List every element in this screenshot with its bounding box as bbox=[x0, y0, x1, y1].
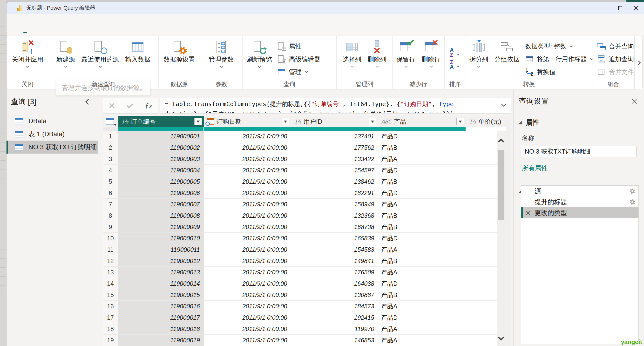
row-number[interactable]: 10 bbox=[103, 233, 118, 244]
cell-order-id[interactable]: 119000001 bbox=[118, 131, 204, 142]
cell-user-id[interactable]: 130887 bbox=[291, 289, 378, 301]
collapse-panel-button[interactable] bbox=[84, 98, 90, 105]
cell-product[interactable]: 产品B bbox=[378, 176, 466, 187]
replace-values-button[interactable]: 12 替换值 bbox=[523, 66, 592, 78]
cell-user-id[interactable]: 149841 bbox=[291, 255, 378, 267]
cell-order-id[interactable]: 119000007 bbox=[118, 199, 204, 210]
cell-order-id[interactable]: 119000002 bbox=[118, 142, 204, 153]
select-all-corner-button[interactable] bbox=[103, 116, 118, 127]
cell-product[interactable]: 产品A bbox=[378, 267, 466, 278]
query-list-item[interactable]: DBata bbox=[6, 114, 98, 128]
close-and-apply-button[interactable]: ↑ 关闭并应用 bbox=[9, 39, 46, 67]
cell-user-id[interactable]: 133422 bbox=[291, 153, 378, 165]
keep-rows-button[interactable]: 保留行 bbox=[394, 39, 418, 67]
ribbon-tab[interactable] bbox=[78, 14, 92, 36]
data-source-settings-button[interactable]: 数据源设置 bbox=[160, 39, 198, 64]
cell-order-date[interactable]: 2011/9/1 0:00:00 bbox=[204, 301, 291, 312]
close-button[interactable] bbox=[628, 2, 644, 14]
manage-button[interactable]: 管理 bbox=[275, 66, 336, 78]
cell-order-date[interactable]: 2011/9/1 0:00:00 bbox=[204, 176, 291, 187]
cell-user-id[interactable]: 132368 bbox=[291, 210, 378, 221]
cell-user-id[interactable]: 192415 bbox=[291, 312, 378, 323]
cell-product[interactable]: 产品D bbox=[378, 233, 466, 244]
cell-product[interactable]: 产品B bbox=[378, 210, 466, 221]
row-number[interactable]: 8 bbox=[103, 210, 118, 221]
cell-order-date[interactable]: 2011/9/1 0:00:00 bbox=[204, 335, 291, 346]
cell-order-id[interactable]: 119000006 bbox=[118, 187, 204, 199]
column-header[interactable]: 1²₃ 用户ID bbox=[291, 116, 378, 127]
cell-order-date[interactable]: 2011/9/1 0:00:00 bbox=[204, 267, 291, 278]
cell-user-id[interactable]: 137401 bbox=[291, 131, 378, 142]
row-number[interactable]: 13 bbox=[103, 267, 118, 278]
cell-user-id[interactable]: 182291 bbox=[291, 187, 378, 199]
cell-user-id[interactable]: 165839 bbox=[291, 233, 378, 244]
filter-dropdown-button[interactable] bbox=[194, 118, 202, 126]
cell-order-id[interactable]: 119000015 bbox=[118, 289, 204, 301]
cell-order-id[interactable]: 119000012 bbox=[118, 255, 204, 267]
column-header[interactable]: ABC 产品 bbox=[378, 116, 466, 127]
row-number[interactable]: 16 bbox=[103, 301, 118, 312]
applied-step-item[interactable]: 源 bbox=[521, 186, 638, 196]
cell-product[interactable]: 产品D bbox=[378, 165, 466, 176]
cell-order-date[interactable]: 2011/9/1 0:00:00 bbox=[204, 312, 291, 323]
filter-dropdown-button[interactable] bbox=[282, 118, 289, 126]
ribbon-tab[interactable] bbox=[32, 14, 48, 36]
cell-product[interactable]: 产品A bbox=[378, 301, 466, 312]
cell-product[interactable]: 产品B bbox=[378, 142, 466, 153]
cell-user-id[interactable]: 138462 bbox=[291, 176, 378, 187]
row-number[interactable]: 19 bbox=[103, 335, 118, 346]
cell-order-date[interactable]: 2011/9/1 0:00:00 bbox=[204, 153, 291, 165]
filter-dropdown-button[interactable] bbox=[369, 118, 376, 126]
query-name-input[interactable] bbox=[521, 146, 637, 157]
query-list-item[interactable]: 表 1 (DBata) bbox=[6, 128, 98, 140]
scroll-up-icon[interactable] bbox=[498, 138, 504, 144]
calendar-type-icon[interactable] bbox=[207, 118, 214, 125]
column-type-icon[interactable]: ABC bbox=[381, 119, 391, 125]
data-type-button[interactable]: 数据类型: 整数 bbox=[523, 40, 592, 53]
cell-user-id[interactable]: 146853 bbox=[291, 335, 378, 346]
row-number[interactable]: 3 bbox=[103, 153, 118, 165]
ribbon-tab[interactable] bbox=[18, 14, 32, 36]
split-column-button[interactable]: 拆分列 bbox=[466, 39, 492, 67]
cell-order-date[interactable]: 2011/9/1 0:00:00 bbox=[204, 199, 291, 210]
cell-order-id[interactable]: 119000008 bbox=[118, 210, 204, 221]
row-number[interactable]: 2 bbox=[103, 142, 118, 153]
row-number[interactable]: 17 bbox=[103, 312, 118, 323]
ribbon-tab[interactable] bbox=[48, 14, 62, 36]
cell-order-date[interactable]: 2011/9/1 0:00:00 bbox=[204, 255, 291, 267]
cell-order-id[interactable]: 119000019 bbox=[118, 335, 204, 346]
remove-columns-button[interactable]: 删除列 bbox=[364, 39, 390, 67]
scroll-down-icon[interactable] bbox=[498, 334, 504, 340]
column-type-icon[interactable]: 1²₃ bbox=[469, 119, 476, 125]
cell-order-date[interactable]: 2011/9/1 0:00:00 bbox=[204, 142, 291, 153]
row-number[interactable]: 14 bbox=[103, 278, 118, 289]
fx-icon[interactable]: ƒx bbox=[145, 101, 152, 110]
column-header[interactable]: 1²₃ 单价(元) bbox=[466, 116, 512, 127]
cell-product[interactable]: 产品A bbox=[378, 244, 466, 255]
query-list-item[interactable]: NO 3 获取TXT订购明细 bbox=[6, 140, 98, 154]
row-number[interactable]: 11 bbox=[103, 244, 118, 255]
group-by-button[interactable]: 分组依据 bbox=[492, 39, 523, 64]
minimize-button[interactable] bbox=[596, 2, 612, 14]
cell-user-id[interactable]: 154597 bbox=[291, 165, 378, 176]
combine-files-button[interactable]: ↓↓ 合并文件 bbox=[595, 66, 634, 78]
cell-order-id[interactable]: 119000016 bbox=[118, 301, 204, 312]
cell-order-date[interactable]: 2011/9/1 0:00:00 bbox=[204, 244, 291, 255]
cell-order-id[interactable]: 119000018 bbox=[118, 323, 204, 335]
all-properties-link[interactable]: 所有属性 bbox=[514, 164, 644, 173]
delete-step-icon[interactable] bbox=[525, 210, 530, 216]
cell-order-date[interactable]: 2011/9/1 0:00:00 bbox=[204, 323, 291, 335]
row-number[interactable]: 12 bbox=[103, 255, 118, 267]
row-number[interactable]: 7 bbox=[103, 199, 118, 210]
formula-input[interactable]: = Table.TransformColumnTypes(提升的标题,{{"订单… bbox=[160, 98, 512, 114]
cell-user-id[interactable]: 168738 bbox=[291, 221, 378, 233]
ribbon-tab[interactable] bbox=[62, 14, 78, 36]
advanced-editor-button[interactable]: 高级编辑器 bbox=[275, 53, 336, 66]
confirm-formula-icon[interactable] bbox=[126, 103, 133, 108]
enter-data-button[interactable]: 输入数据 bbox=[122, 39, 154, 64]
cell-order-date[interactable]: 2011/9/1 0:00:00 bbox=[204, 278, 291, 289]
properties-section-header[interactable]: 属性 bbox=[514, 118, 644, 127]
cell-product[interactable]: 产品D bbox=[378, 312, 466, 323]
column-type-icon[interactable]: 1²₃ bbox=[121, 119, 128, 125]
vertical-scrollbar[interactable] bbox=[497, 131, 506, 346]
